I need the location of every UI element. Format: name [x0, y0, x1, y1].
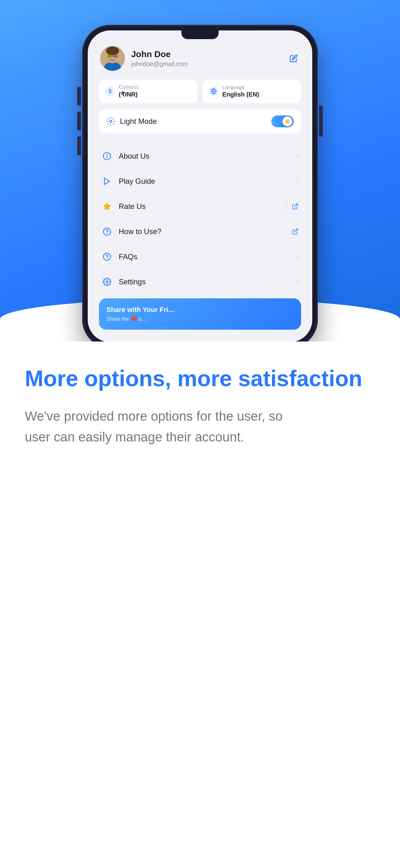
chevron-right-icon: ›: [296, 152, 299, 160]
info-icon: [101, 151, 112, 162]
chevron-right-icon: ›: [296, 253, 299, 261]
headline: More options, more satisfaction: [25, 366, 375, 391]
light-mode-label: Light Mode: [120, 117, 157, 126]
edit-icon[interactable]: [288, 52, 300, 65]
menu-item-rate-us[interactable]: Rate Us |: [99, 194, 301, 219]
svg-line-21: [295, 229, 298, 232]
svg-rect-7: [107, 55, 112, 57]
chevron-right-icon: ›: [296, 177, 299, 185]
settings-right: ›: [296, 278, 299, 286]
language-value: English (EN): [222, 91, 259, 98]
play-icon: [101, 176, 112, 187]
currency-icon: $: [105, 86, 115, 96]
menu-item-faqs-left: FAQs: [101, 251, 137, 262]
svg-point-3: [106, 46, 119, 55]
description: We've provided more options for the user…: [25, 406, 304, 447]
svg-line-18: [295, 204, 298, 207]
settings-row: $ Currency (₹INR): [99, 80, 301, 103]
menu-item-about-left: About Us: [101, 151, 149, 162]
menu-list: About Us ›: [99, 144, 301, 319]
play-guide-label: Play Guide: [119, 177, 155, 186]
svg-rect-8: [113, 55, 118, 57]
menu-item-play-left: Play Guide: [101, 176, 155, 187]
menu-item-how-left: How to Use?: [101, 226, 161, 237]
play-guide-right: ›: [296, 177, 299, 185]
light-mode-row: Light Mode ☀️: [99, 109, 301, 133]
toggle-thumb: ☀️: [282, 116, 292, 126]
profile-info: John Doe johndoe@gmail.com: [131, 49, 188, 68]
avatar: [100, 46, 125, 71]
phone-frame: John Doe johndoe@gmail.com $: [82, 25, 318, 341]
how-to-use-label: How to Use?: [119, 227, 161, 236]
phone-screen: John Doe johndoe@gmail.com $: [88, 30, 312, 341]
menu-item-settings[interactable]: Settings ›: [99, 270, 301, 294]
svg-point-11: [110, 120, 112, 123]
external-link-icon: [292, 203, 299, 210]
how-to-use-right: [292, 228, 299, 235]
language-label: Language: [222, 85, 259, 90]
share-title: Share with Your Fri...: [106, 306, 294, 314]
language-card[interactable]: Language English (EN): [202, 80, 301, 103]
profile-section: John Doe johndoe@gmail.com: [99, 46, 301, 71]
settings-label: Settings: [119, 278, 146, 286]
svg-marker-16: [104, 178, 109, 185]
profile-email: johndoe@gmail.com: [131, 61, 188, 68]
language-content: Language English (EN): [222, 85, 259, 98]
menu-item-how-to-use[interactable]: How to Use?: [99, 219, 301, 244]
bottom-section: More options, more satisfaction We've pr…: [0, 341, 400, 559]
light-mode-left: Light Mode: [106, 117, 157, 126]
currency-card[interactable]: $ Currency (₹INR): [99, 80, 198, 103]
menu-item-rate-left: Rate Us: [101, 201, 146, 212]
svg-point-24: [106, 281, 108, 283]
menu-item-about[interactable]: About Us ›: [99, 144, 301, 169]
menu-item-faqs[interactable]: FAQs ›: [99, 244, 301, 270]
settings-icon: [101, 276, 112, 287]
svg-point-15: [107, 155, 107, 155]
language-icon: [209, 86, 219, 96]
star-icon: [101, 201, 112, 212]
faqs-right: ›: [296, 253, 299, 261]
share-card[interactable]: Share with Your Fri... Share the ❤️ b...: [99, 298, 301, 330]
profile-left: John Doe johndoe@gmail.com: [100, 46, 188, 71]
phone-notch: [181, 30, 219, 39]
about-right: ›: [296, 152, 299, 160]
currency-content: Currency (₹INR): [119, 85, 139, 98]
pipe-separator: |: [285, 202, 288, 211]
external-link-icon2: [292, 228, 299, 235]
top-section: John Doe johndoe@gmail.com $: [0, 0, 400, 341]
rate-us-label: Rate Us: [119, 202, 146, 211]
share-subtitle: Share the ❤️ b...: [106, 316, 294, 322]
currency-value: (₹INR): [119, 91, 139, 98]
faqs-icon: [101, 251, 112, 262]
question-icon: [101, 226, 112, 237]
menu-divider: [99, 141, 301, 141]
light-mode-toggle[interactable]: ☀️: [271, 116, 294, 127]
faqs-label: FAQs: [119, 252, 137, 261]
currency-label: Currency: [119, 85, 139, 90]
rate-us-right: |: [284, 202, 299, 211]
chevron-right-icon: ›: [296, 278, 299, 286]
svg-marker-17: [103, 203, 110, 210]
about-label: About Us: [119, 152, 149, 160]
menu-item-play-guide[interactable]: Play Guide ›: [99, 169, 301, 194]
screen-content: John Doe johndoe@gmail.com $: [88, 30, 312, 341]
light-mode-settings-icon: [106, 117, 115, 126]
profile-name: John Doe: [131, 49, 188, 59]
menu-item-settings-left: Settings: [101, 276, 146, 287]
